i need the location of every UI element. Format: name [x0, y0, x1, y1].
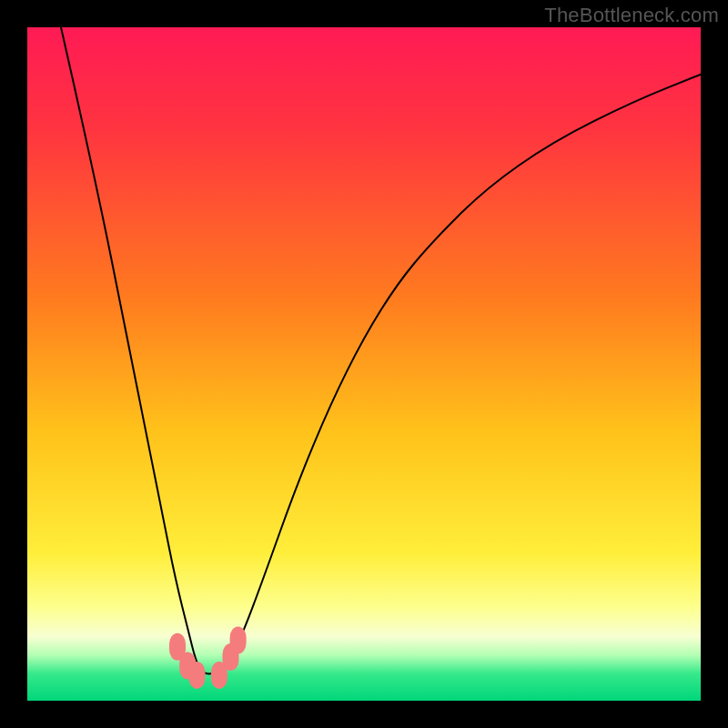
plot-area [27, 27, 701, 701]
watermark-text: TheBottleneck.com [544, 4, 719, 27]
curve-marker [230, 626, 247, 653]
curve-marker [188, 662, 205, 689]
chart-svg [27, 27, 701, 701]
gradient-background [27, 27, 701, 701]
chart-frame: TheBottleneck.com [0, 0, 728, 728]
